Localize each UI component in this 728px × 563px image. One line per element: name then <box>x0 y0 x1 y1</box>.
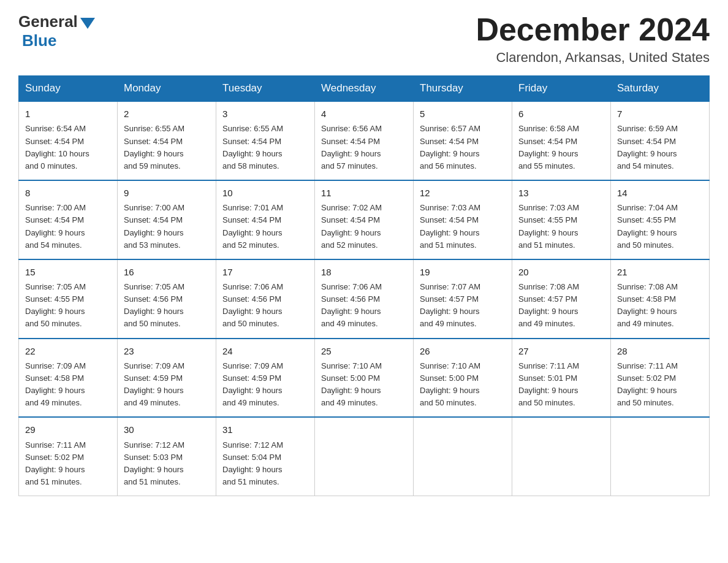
day-number: 14 <box>617 186 703 200</box>
calendar-week-row: 29Sunrise: 7:11 AM Sunset: 5:02 PM Dayli… <box>19 417 710 496</box>
calendar-cell: 11Sunrise: 7:02 AM Sunset: 4:54 PM Dayli… <box>315 180 414 259</box>
calendar-cell <box>315 417 414 496</box>
day-number: 19 <box>420 265 506 279</box>
day-number: 15 <box>25 265 111 279</box>
location-title: Clarendon, Arkansas, United States <box>476 50 710 66</box>
day-number: 23 <box>124 344 210 358</box>
day-number: 29 <box>25 423 111 437</box>
day-number: 31 <box>222 423 308 437</box>
day-info: Sunrise: 7:05 AM Sunset: 4:55 PM Dayligh… <box>25 281 111 331</box>
calendar-cell: 8Sunrise: 7:00 AM Sunset: 4:54 PM Daylig… <box>19 180 118 259</box>
day-info: Sunrise: 7:11 AM Sunset: 5:01 PM Dayligh… <box>518 360 604 410</box>
calendar-dow-tuesday: Tuesday <box>216 76 315 102</box>
day-info: Sunrise: 7:11 AM Sunset: 5:02 PM Dayligh… <box>617 360 703 410</box>
day-info: Sunrise: 7:12 AM Sunset: 5:04 PM Dayligh… <box>222 439 308 489</box>
month-title: December 2024 <box>476 12 710 47</box>
calendar-week-row: 1Sunrise: 6:54 AM Sunset: 4:54 PM Daylig… <box>19 101 710 180</box>
day-info: Sunrise: 7:10 AM Sunset: 5:00 PM Dayligh… <box>321 360 407 410</box>
calendar-cell: 24Sunrise: 7:09 AM Sunset: 4:59 PM Dayli… <box>216 339 315 418</box>
day-info: Sunrise: 7:11 AM Sunset: 5:02 PM Dayligh… <box>25 439 111 489</box>
day-number: 18 <box>321 265 407 279</box>
day-info: Sunrise: 6:58 AM Sunset: 4:54 PM Dayligh… <box>518 123 604 172</box>
day-number: 27 <box>518 344 604 358</box>
day-info: Sunrise: 7:02 AM Sunset: 4:54 PM Dayligh… <box>321 202 407 251</box>
calendar-cell: 18Sunrise: 7:06 AM Sunset: 4:56 PM Dayli… <box>315 259 414 339</box>
day-number: 4 <box>321 107 407 121</box>
day-info: Sunrise: 7:12 AM Sunset: 5:03 PM Dayligh… <box>124 439 210 489</box>
calendar-cell: 26Sunrise: 7:10 AM Sunset: 5:00 PM Dayli… <box>414 339 512 418</box>
calendar-cell: 29Sunrise: 7:11 AM Sunset: 5:02 PM Dayli… <box>19 417 118 496</box>
calendar-cell <box>512 417 611 496</box>
calendar-cell: 1Sunrise: 6:54 AM Sunset: 4:54 PM Daylig… <box>19 101 118 180</box>
day-info: Sunrise: 7:03 AM Sunset: 4:55 PM Dayligh… <box>518 202 604 251</box>
calendar-cell: 3Sunrise: 6:55 AM Sunset: 4:54 PM Daylig… <box>216 101 315 180</box>
calendar-cell: 12Sunrise: 7:03 AM Sunset: 4:54 PM Dayli… <box>414 180 512 259</box>
calendar-cell: 16Sunrise: 7:05 AM Sunset: 4:56 PM Dayli… <box>118 259 216 339</box>
day-info: Sunrise: 7:10 AM Sunset: 5:00 PM Dayligh… <box>420 360 506 410</box>
calendar-cell: 23Sunrise: 7:09 AM Sunset: 4:59 PM Dayli… <box>118 339 216 418</box>
day-number: 24 <box>222 344 308 358</box>
day-info: Sunrise: 7:09 AM Sunset: 4:59 PM Dayligh… <box>124 360 210 410</box>
day-number: 7 <box>617 107 703 121</box>
calendar-dow-monday: Monday <box>118 76 216 102</box>
calendar-cell: 21Sunrise: 7:08 AM Sunset: 4:58 PM Dayli… <box>611 259 710 339</box>
day-info: Sunrise: 7:03 AM Sunset: 4:54 PM Dayligh… <box>420 202 506 251</box>
calendar-cell: 22Sunrise: 7:09 AM Sunset: 4:58 PM Dayli… <box>19 339 118 418</box>
day-info: Sunrise: 7:06 AM Sunset: 4:56 PM Dayligh… <box>321 281 407 331</box>
calendar-cell: 20Sunrise: 7:08 AM Sunset: 4:57 PM Dayli… <box>512 259 611 339</box>
logo-arrow-icon <box>80 18 95 29</box>
calendar-cell: 31Sunrise: 7:12 AM Sunset: 5:04 PM Dayli… <box>216 417 315 496</box>
calendar-dow-friday: Friday <box>512 76 611 102</box>
title-section: December 2024 Clarendon, Arkansas, Unite… <box>476 12 710 66</box>
day-number: 10 <box>222 186 308 200</box>
day-number: 12 <box>420 186 506 200</box>
calendar-week-row: 22Sunrise: 7:09 AM Sunset: 4:58 PM Dayli… <box>19 339 710 418</box>
calendar-table: SundayMondayTuesdayWednesdayThursdayFrid… <box>18 75 710 496</box>
calendar-cell <box>611 417 710 496</box>
calendar-cell: 9Sunrise: 7:00 AM Sunset: 4:54 PM Daylig… <box>118 180 216 259</box>
day-number: 1 <box>25 107 111 121</box>
day-number: 2 <box>124 107 210 121</box>
day-number: 5 <box>420 107 506 121</box>
calendar-cell: 15Sunrise: 7:05 AM Sunset: 4:55 PM Dayli… <box>19 259 118 339</box>
calendar-cell: 5Sunrise: 6:57 AM Sunset: 4:54 PM Daylig… <box>414 101 512 180</box>
calendar-dow-thursday: Thursday <box>414 76 512 102</box>
day-number: 30 <box>124 423 210 437</box>
day-number: 22 <box>25 344 111 358</box>
day-info: Sunrise: 7:06 AM Sunset: 4:56 PM Dayligh… <box>222 281 308 331</box>
day-number: 26 <box>420 344 506 358</box>
calendar-cell: 27Sunrise: 7:11 AM Sunset: 5:01 PM Dayli… <box>512 339 611 418</box>
calendar-dow-saturday: Saturday <box>611 76 710 102</box>
day-number: 13 <box>518 186 604 200</box>
calendar-cell: 7Sunrise: 6:59 AM Sunset: 4:54 PM Daylig… <box>611 101 710 180</box>
logo: General Blue <box>18 12 95 50</box>
day-info: Sunrise: 7:07 AM Sunset: 4:57 PM Dayligh… <box>420 281 506 331</box>
day-info: Sunrise: 6:56 AM Sunset: 4:54 PM Dayligh… <box>321 123 407 172</box>
day-number: 11 <box>321 186 407 200</box>
day-number: 3 <box>222 107 308 121</box>
day-number: 16 <box>124 265 210 279</box>
day-info: Sunrise: 7:05 AM Sunset: 4:56 PM Dayligh… <box>124 281 210 331</box>
day-info: Sunrise: 7:08 AM Sunset: 4:57 PM Dayligh… <box>518 281 604 331</box>
day-info: Sunrise: 7:01 AM Sunset: 4:54 PM Dayligh… <box>222 202 308 251</box>
calendar-dow-sunday: Sunday <box>19 76 118 102</box>
day-number: 28 <box>617 344 703 358</box>
day-number: 20 <box>518 265 604 279</box>
day-number: 21 <box>617 265 703 279</box>
calendar-cell: 6Sunrise: 6:58 AM Sunset: 4:54 PM Daylig… <box>512 101 611 180</box>
day-number: 17 <box>222 265 308 279</box>
calendar-cell: 14Sunrise: 7:04 AM Sunset: 4:55 PM Dayli… <box>611 180 710 259</box>
calendar-dow-wednesday: Wednesday <box>315 76 414 102</box>
calendar-cell: 25Sunrise: 7:10 AM Sunset: 5:00 PM Dayli… <box>315 339 414 418</box>
day-info: Sunrise: 7:04 AM Sunset: 4:55 PM Dayligh… <box>617 202 703 251</box>
day-number: 25 <box>321 344 407 358</box>
calendar-cell: 4Sunrise: 6:56 AM Sunset: 4:54 PM Daylig… <box>315 101 414 180</box>
day-info: Sunrise: 7:08 AM Sunset: 4:58 PM Dayligh… <box>617 281 703 331</box>
day-info: Sunrise: 7:00 AM Sunset: 4:54 PM Dayligh… <box>25 202 111 251</box>
calendar-week-row: 15Sunrise: 7:05 AM Sunset: 4:55 PM Dayli… <box>19 259 710 339</box>
calendar-cell <box>414 417 512 496</box>
logo-blue-text: Blue <box>22 31 56 50</box>
calendar-cell: 28Sunrise: 7:11 AM Sunset: 5:02 PM Dayli… <box>611 339 710 418</box>
page-header: General Blue December 2024 Clarendon, Ar… <box>18 12 710 66</box>
day-info: Sunrise: 7:09 AM Sunset: 4:59 PM Dayligh… <box>222 360 308 410</box>
